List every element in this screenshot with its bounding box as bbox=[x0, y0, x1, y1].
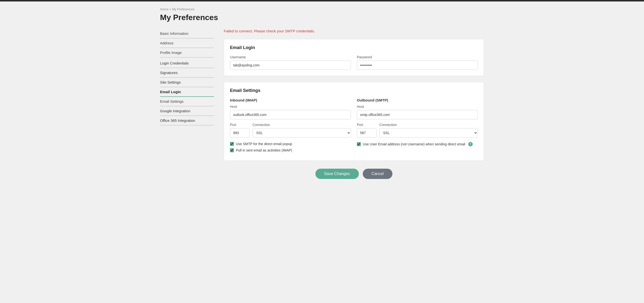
breadcrumb-current: My Preferences bbox=[172, 7, 194, 11]
pull-sent-email-label: Pull in sent email as activities (IMAP) bbox=[236, 148, 292, 152]
outbound-connection-select[interactable]: SSL TLS None bbox=[380, 128, 478, 138]
breadcrumb-home[interactable]: Home bbox=[160, 7, 168, 11]
email-settings-card: Email Settings Inbound (IMAP) Host Port bbox=[224, 82, 484, 161]
pull-sent-email-checkbox[interactable] bbox=[230, 148, 234, 152]
username-label: Username bbox=[230, 55, 351, 59]
breadcrumb: Home » My Preferences bbox=[160, 7, 484, 11]
email-login-title: Email Login bbox=[230, 45, 478, 50]
sidebar-item-site-settings[interactable]: Site Settings bbox=[160, 78, 214, 87]
sidebar-item-email-settings[interactable]: Email Settings bbox=[160, 97, 214, 106]
help-icon[interactable]: ? bbox=[468, 142, 473, 146]
sidebar: Basic Information Address Profile Image … bbox=[160, 29, 214, 179]
sidebar-item-google-integration[interactable]: Google Integration bbox=[160, 106, 214, 116]
email-settings-title: Email Settings bbox=[230, 88, 478, 93]
sidebar-item-address[interactable]: Address bbox=[160, 38, 214, 48]
breadcrumb-separator: » bbox=[169, 7, 171, 11]
outbound-port-input[interactable] bbox=[357, 128, 376, 138]
inbound-host-input[interactable] bbox=[230, 110, 351, 119]
use-user-email-label: Use User Email address (not Username) wh… bbox=[363, 142, 465, 146]
outbound-title: Outbound (SMTP) bbox=[357, 98, 478, 102]
smtp-popup-label: Use SMTP for the direct email popup bbox=[236, 142, 292, 146]
inbound-host-label: Host bbox=[230, 105, 351, 109]
sidebar-item-email-login[interactable]: Email Login bbox=[160, 87, 214, 97]
use-user-email-checkbox[interactable] bbox=[357, 142, 361, 146]
save-button[interactable]: Save Changes bbox=[315, 169, 359, 179]
sidebar-item-office365-integration[interactable]: Office 365 Integration bbox=[160, 116, 214, 125]
password-input[interactable] bbox=[357, 60, 478, 70]
outbound-col: Outbound (SMTP) Host Port Connection bbox=[357, 98, 478, 155]
action-bar: Save Changes Cancel bbox=[224, 169, 484, 179]
outbound-connection-label: Connection bbox=[380, 123, 478, 127]
inbound-port-input[interactable] bbox=[230, 128, 250, 138]
sidebar-item-signatures[interactable]: Signatures bbox=[160, 68, 214, 78]
outbound-host-input[interactable] bbox=[357, 110, 478, 119]
inbound-port-label: Port bbox=[230, 123, 250, 127]
main-content: Failed to connect. Please check your SMT… bbox=[224, 29, 484, 179]
password-label: Password bbox=[357, 55, 478, 59]
inbound-connection-select[interactable]: SSL TLS None bbox=[252, 128, 351, 138]
page-title: My Preferences bbox=[160, 13, 484, 22]
username-input[interactable] bbox=[230, 60, 351, 70]
email-login-card: Email Login Username Password bbox=[224, 39, 484, 76]
inbound-title: Inbound (IMAP) bbox=[230, 98, 351, 102]
inbound-connection-label: Connection bbox=[252, 123, 351, 127]
outbound-host-label: Host bbox=[357, 105, 478, 109]
error-message: Failed to connect. Please check your SMT… bbox=[224, 29, 484, 33]
smtp-popup-checkbox[interactable] bbox=[230, 142, 234, 146]
sidebar-item-basic-information[interactable]: Basic Information bbox=[160, 29, 214, 38]
sidebar-item-login-credentials[interactable]: Login Credentials bbox=[160, 59, 214, 68]
sidebar-item-profile-image[interactable]: Profile Image bbox=[160, 48, 214, 58]
cancel-button[interactable]: Cancel bbox=[363, 169, 393, 179]
inbound-col: Inbound (IMAP) Host Port Connection bbox=[230, 98, 351, 155]
outbound-port-label: Port bbox=[357, 123, 376, 127]
